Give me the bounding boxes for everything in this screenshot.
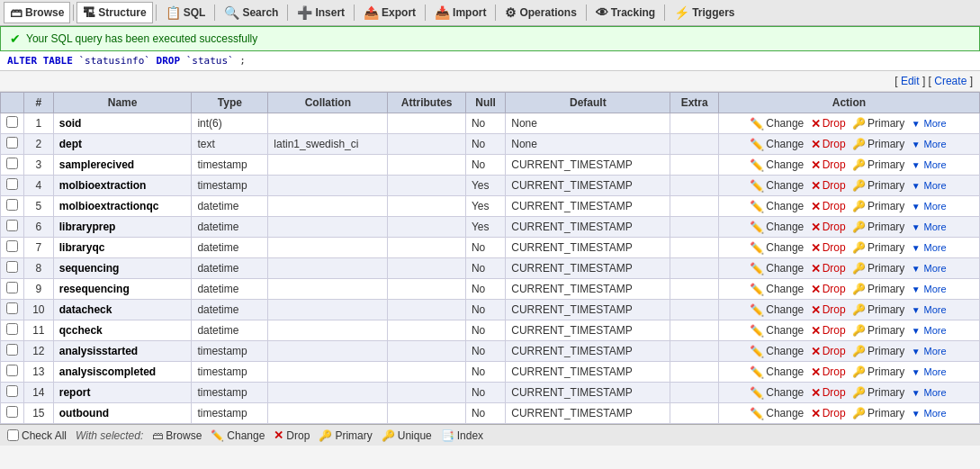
row-null-cell: Yes [465, 176, 505, 196]
nav-tracking[interactable]: 👁 Tracking [589, 2, 661, 23]
more-button-14[interactable]: More [922, 387, 949, 398]
primary-button-14[interactable]: Primary [868, 386, 904, 399]
primary-key-icon: 🔑 [852, 117, 866, 130]
drop-button-3[interactable]: Drop [823, 158, 846, 171]
row-extra-cell [670, 134, 718, 155]
edit-link[interactable]: Edit [901, 75, 920, 87]
nav-export[interactable]: 📤 Export [357, 2, 422, 23]
primary-button-12[interactable]: Primary [868, 345, 904, 357]
bottom-change-btn[interactable]: ✏️ Change [211, 429, 265, 442]
more-button-2[interactable]: More [922, 139, 949, 149]
nav-structure[interactable]: 🏗 Structure [76, 2, 152, 23]
primary-button-10[interactable]: Primary [868, 303, 904, 316]
row-checkbox-3[interactable] [6, 158, 18, 169]
bottom-unique-btn[interactable]: 🔑 Unique [382, 429, 432, 442]
primary-button-15[interactable]: Primary [868, 407, 904, 419]
bottom-drop-btn[interactable]: ✕ Drop [274, 428, 310, 442]
change-button-14[interactable]: Change [766, 386, 804, 399]
drop-button-5[interactable]: Drop [823, 200, 846, 212]
row-checkbox-11[interactable] [6, 323, 18, 335]
more-button-13[interactable]: More [922, 366, 949, 377]
primary-button-6[interactable]: Primary [868, 221, 904, 233]
change-button-9[interactable]: Change [766, 283, 804, 295]
change-button-8[interactable]: Change [766, 262, 804, 275]
primary-button-8[interactable]: Primary [868, 262, 904, 275]
more-button-6[interactable]: More [922, 221, 949, 232]
more-button-11[interactable]: More [922, 325, 949, 336]
primary-button-4[interactable]: Primary [868, 179, 904, 192]
primary-button-1[interactable]: Primary [868, 117, 904, 130]
primary-button-13[interactable]: Primary [868, 365, 904, 378]
nav-search[interactable]: 🔍 Search [218, 2, 284, 23]
drop-button-1[interactable]: Drop [823, 117, 846, 130]
primary-button-3[interactable]: Primary [868, 158, 904, 171]
row-action-cell: ✏️ Change ✕ Drop 🔑 Primary ▼ More [718, 383, 979, 403]
row-checkbox-15[interactable] [6, 406, 18, 418]
create-link[interactable]: Create [934, 75, 967, 87]
primary-button-9[interactable]: Primary [868, 283, 904, 295]
check-all-checkbox[interactable] [7, 429, 19, 441]
row-checkbox-7[interactable] [6, 240, 18, 252]
more-button-5[interactable]: More [922, 201, 949, 212]
more-button-10[interactable]: More [922, 304, 949, 315]
drop-button-10[interactable]: Drop [823, 303, 846, 316]
change-button-6[interactable]: Change [766, 221, 804, 233]
change-button-2[interactable]: Change [766, 138, 804, 150]
row-checkbox-5[interactable] [6, 199, 18, 211]
change-button-10[interactable]: Change [766, 303, 804, 316]
bottom-primary-btn[interactable]: 🔑 Primary [319, 429, 372, 442]
nav-browse[interactable]: 🗃 Browse [4, 2, 70, 23]
more-button-7[interactable]: More [922, 242, 949, 253]
primary-button-7[interactable]: Primary [868, 241, 904, 254]
more-button-3[interactable]: More [922, 159, 949, 170]
primary-button-5[interactable]: Primary [868, 200, 904, 212]
change-button-12[interactable]: Change [766, 345, 804, 357]
drop-button-12[interactable]: Drop [823, 345, 846, 357]
row-checkbox-14[interactable] [6, 385, 18, 397]
row-checkbox-10[interactable] [6, 302, 18, 314]
drop-button-6[interactable]: Drop [823, 221, 846, 233]
drop-button-9[interactable]: Drop [823, 283, 846, 295]
change-button-4[interactable]: Change [766, 179, 804, 192]
row-checkbox-1[interactable] [6, 116, 18, 128]
bottom-index-btn[interactable]: 📑 Index [441, 429, 483, 442]
more-button-8[interactable]: More [922, 263, 949, 274]
bottom-browse-btn[interactable]: 🗃 Browse [152, 429, 202, 442]
row-checkbox-2[interactable] [6, 137, 18, 149]
drop-button-14[interactable]: Drop [823, 386, 846, 399]
change-button-5[interactable]: Change [766, 200, 804, 212]
nav-triggers[interactable]: ⚡ Triggers [668, 2, 741, 23]
nav-sql[interactable]: 📋 SQL [159, 2, 212, 23]
drop-button-7[interactable]: Drop [823, 241, 846, 254]
drop-button-13[interactable]: Drop [823, 365, 846, 378]
more-button-12[interactable]: More [922, 346, 949, 356]
primary-button-11[interactable]: Primary [868, 324, 904, 337]
drop-button-15[interactable]: Drop [823, 407, 846, 419]
more-button-1[interactable]: More [922, 118, 949, 129]
more-button-15[interactable]: More [922, 408, 949, 419]
more-button-4[interactable]: More [922, 180, 949, 191]
more-button-9[interactable]: More [922, 284, 949, 294]
row-checkbox-9[interactable] [6, 282, 18, 293]
drop-button-8[interactable]: Drop [823, 262, 846, 275]
drop-button-2[interactable]: Drop [823, 138, 846, 150]
change-button-1[interactable]: Change [766, 117, 804, 130]
row-type-cell: timestamp [192, 362, 268, 383]
nav-import[interactable]: 📥 Import [428, 2, 492, 23]
change-button-13[interactable]: Change [766, 365, 804, 378]
row-checkbox-4[interactable] [6, 178, 18, 190]
drop-button-11[interactable]: Drop [823, 324, 846, 337]
change-button-15[interactable]: Change [766, 407, 804, 419]
change-button-3[interactable]: Change [766, 158, 804, 171]
change-button-7[interactable]: Change [766, 241, 804, 254]
row-checkbox-12[interactable] [6, 344, 18, 356]
nav-operations[interactable]: ⚙ Operations [499, 2, 582, 23]
change-button-11[interactable]: Change [766, 324, 804, 337]
primary-button-2[interactable]: Primary [868, 138, 904, 150]
row-checkbox-8[interactable] [6, 261, 18, 273]
row-action-cell: ✏️ Change ✕ Drop 🔑 Primary ▼ More [718, 403, 979, 424]
nav-insert[interactable]: ➕ Insert [291, 2, 351, 23]
row-checkbox-6[interactable] [6, 220, 18, 231]
drop-button-4[interactable]: Drop [823, 179, 846, 192]
row-checkbox-13[interactable] [6, 365, 18, 376]
